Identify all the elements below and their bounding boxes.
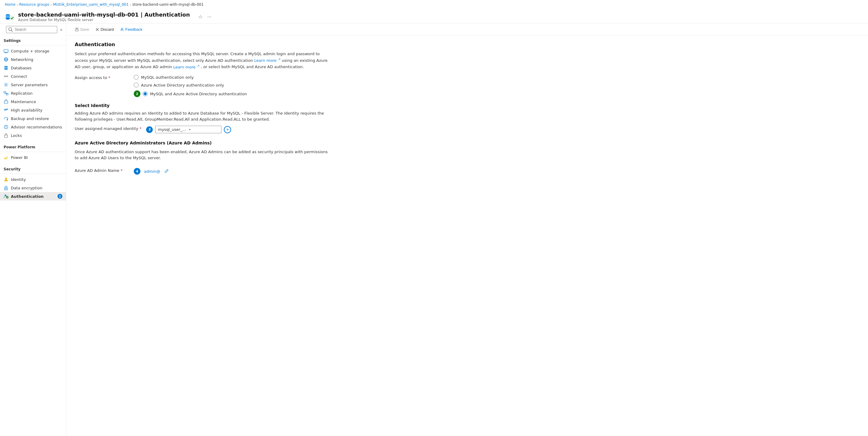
replication-icon — [4, 91, 8, 95]
aad-only-radio[interactable] — [134, 83, 138, 87]
select-identity-section: Select Identity Adding Azure AD admins r… — [75, 103, 329, 133]
sidebar-item-networking[interactable]: Networking — [0, 55, 66, 64]
sidebar-item-databases[interactable]: Databases — [0, 64, 66, 72]
connect-icon — [4, 74, 8, 79]
both-option[interactable]: MySQL and Azure Active Directory authent… — [143, 91, 247, 96]
step2-badge: 2 — [134, 90, 141, 97]
advisor-icon — [4, 124, 8, 129]
encryption-icon — [4, 185, 8, 190]
save-button[interactable]: Save — [72, 26, 92, 33]
svg-point-23 — [5, 109, 6, 110]
breadcrumb-home[interactable]: Home — [5, 2, 16, 7]
mysql-only-label: MySQL authentication only — [141, 75, 194, 80]
select-identity-title: Select Identity — [75, 103, 329, 108]
maintenance-icon — [4, 99, 8, 104]
page-subtitle: Azure Database for MySQL flexible server — [18, 18, 190, 22]
edit-admin-name-button[interactable] — [164, 168, 169, 175]
discard-button[interactable]: Discard — [93, 26, 116, 33]
sidebar-item-backup-restore[interactable]: Backup and restore — [0, 114, 66, 123]
page-title: store-backend-uami-with-mysql-db-001 | A… — [18, 11, 190, 18]
svg-point-4 — [10, 16, 14, 21]
feedback-button[interactable]: Feedback — [118, 26, 145, 33]
learn-more-1-link[interactable]: Learn more ↗ — [254, 58, 280, 63]
svg-point-35 — [6, 188, 6, 189]
search-input[interactable] — [6, 26, 57, 33]
sidebar-item-backup-restore-label: Backup and restore — [11, 116, 49, 121]
required-indicator: * — [108, 76, 111, 80]
add-identity-button[interactable]: + — [224, 126, 231, 133]
backup-icon — [4, 116, 8, 121]
sidebar-item-compute-storage-label: Compute + storage — [11, 49, 50, 53]
aad-admins-desc: Once Azure AD authentication support has… — [75, 149, 329, 161]
user-assigned-identity-label: User assigned managed identity * — [75, 126, 141, 131]
page-header: store-backend-uami-with-mysql-db-001 | A… — [0, 9, 868, 24]
breadcrumb: Home › Resource groups › Miztiik_Enterpr… — [0, 0, 868, 9]
ha-icon — [4, 108, 8, 113]
sidebar-item-power-bi-label: Power BI — [11, 155, 28, 160]
page-content: Authentication Select your preferred aut… — [66, 36, 337, 185]
discard-icon — [95, 27, 99, 32]
both-label: MySQL and Azure Active Directory authent… — [150, 92, 247, 96]
svg-point-24 — [7, 109, 7, 110]
sidebar-collapse-button[interactable]: « — [58, 25, 65, 34]
sidebar-item-identity[interactable]: Identity — [0, 175, 66, 184]
user-assigned-identity-field: User assigned managed identity * 3 mysql… — [75, 126, 329, 133]
svg-rect-31 — [5, 157, 6, 159]
databases-icon — [4, 65, 8, 70]
breadcrumb-resource-groups[interactable]: Resource groups — [19, 2, 50, 7]
mysql-only-radio[interactable] — [134, 75, 138, 80]
power-platform-section-label: Power Platform — [0, 142, 66, 150]
svg-rect-29 — [4, 135, 7, 138]
learn-more-2-link[interactable]: Learn more ↗ — [173, 65, 199, 69]
favorite-button[interactable]: ☆ — [197, 13, 204, 21]
toolbar: Save Discard Feedback — [66, 24, 868, 36]
sidebar-item-replication[interactable]: Replication — [0, 89, 66, 97]
networking-icon — [4, 57, 8, 62]
sidebar-item-maintenance[interactable]: Maintenance — [0, 97, 66, 106]
sidebar-item-power-bi[interactable]: Power BI — [0, 153, 66, 162]
more-options-button[interactable]: ··· — [206, 13, 212, 21]
sidebar-item-data-encryption-label: Data encryption — [11, 186, 42, 190]
svg-point-14 — [4, 68, 8, 70]
aad-only-option[interactable]: Azure Active Directory authentication on… — [134, 83, 247, 87]
save-icon — [75, 27, 79, 32]
auth-options-group: MySQL authentication only Azure Active D… — [134, 75, 247, 97]
sidebar-item-connect-label: Connect — [11, 74, 27, 79]
powerbi-icon — [4, 155, 8, 160]
sidebar-item-locks-label: Locks — [11, 133, 22, 138]
sidebar-item-data-encryption[interactable]: Data encryption — [0, 184, 66, 192]
assign-access-label: Assign access to * — [75, 75, 129, 80]
sidebar-item-compute-storage[interactable]: Compute + storage — [0, 47, 66, 55]
svg-point-3 — [6, 18, 10, 20]
aad-admins-title: Azure Active Directory Administrators (A… — [75, 141, 329, 145]
identity-select-row: 3 mysql_user_admin_uami_with_mys... ▾ + — [146, 126, 231, 133]
feedback-icon — [120, 27, 124, 32]
resource-icon — [5, 12, 14, 22]
sidebar-item-advisor-recommendations[interactable]: Advisor recommendations — [0, 123, 66, 131]
sidebar-item-locks[interactable]: Locks — [0, 131, 66, 140]
sidebar-item-high-availability[interactable]: High availability — [0, 106, 66, 114]
power-platform-divider — [0, 152, 66, 152]
azure-ad-admin-name-label: Azure AD Admin Name * — [75, 168, 129, 173]
authentication-section-title: Authentication — [75, 41, 329, 47]
authentication-badge: 1 — [58, 194, 62, 199]
svg-point-17 — [7, 76, 8, 77]
breadcrumb-enterprise[interactable]: Miztiik_Enterprises_uami_with_mysql_001 — [53, 2, 129, 7]
admin-name-value: admin@ — [144, 169, 160, 174]
sidebar-search-row: « — [0, 24, 66, 36]
mysql-only-option[interactable]: MySQL authentication only — [134, 75, 247, 80]
settings-divider — [0, 45, 66, 46]
svg-rect-20 — [4, 91, 6, 93]
select-identity-desc: Adding Azure AD admins requires an Ident… — [75, 110, 329, 122]
sidebar-item-connect[interactable]: Connect — [0, 72, 66, 81]
security-section-label: Security — [0, 164, 66, 172]
compute-icon — [4, 49, 8, 53]
identity-dropdown[interactable]: mysql_user_admin_uami_with_mys... ▾ — [155, 126, 221, 133]
both-radio[interactable] — [143, 91, 148, 96]
sidebar-item-authentication[interactable]: Authentication 1 — [0, 192, 66, 201]
sidebar-item-server-parameters-label: Server parameters — [11, 83, 48, 87]
svg-rect-32 — [7, 156, 7, 159]
svg-rect-40 — [76, 30, 78, 31]
svg-rect-5 — [4, 50, 8, 52]
sidebar-item-server-parameters[interactable]: Server parameters — [0, 81, 66, 89]
